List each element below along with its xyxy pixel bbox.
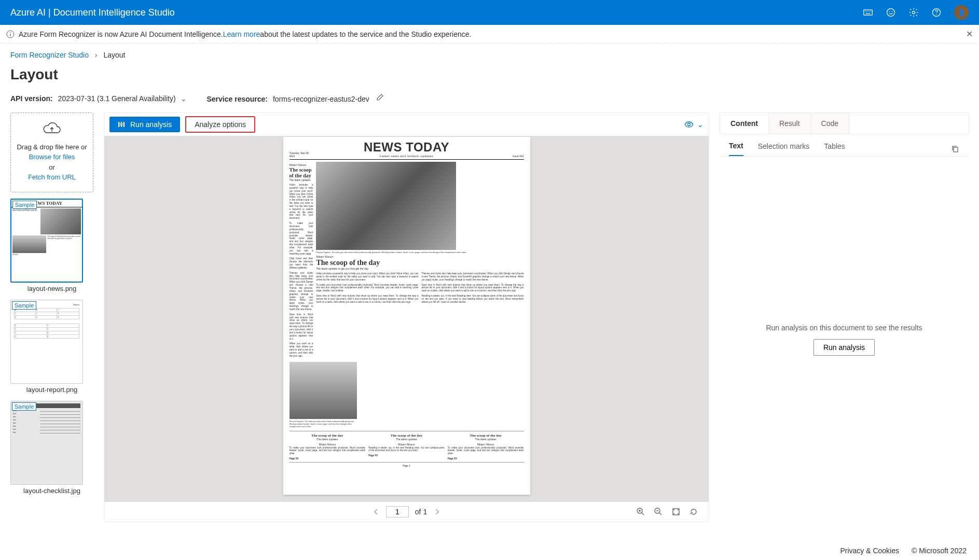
- fetch-url-link[interactable]: Fetch from URL: [15, 172, 89, 183]
- settings-row: API version: 2023-07-31 (3.1 General Ava…: [0, 88, 979, 113]
- user-avatar[interactable]: 👤: [954, 5, 969, 20]
- page-title: Layout: [0, 64, 979, 88]
- breadcrumb-root[interactable]: Form Recognizer Studio: [10, 51, 89, 59]
- api-version-value: 2023-07-31 (3.1 General Availability): [58, 94, 176, 103]
- empty-message: Run analysis on this document to see the…: [766, 324, 922, 332]
- prev-page-button[interactable]: [373, 508, 380, 515]
- thumbnail-item: Sample NEWS TODAY The scoop of the day. …: [10, 199, 93, 292]
- svg-point-21: [688, 123, 691, 126]
- service-resource-display: Service resource: forms-recognizer-eastu…: [206, 93, 383, 103]
- svg-point-14: [10, 32, 11, 33]
- subtab-selection-marks[interactable]: Selection marks: [758, 142, 810, 156]
- svg-point-9: [892, 11, 893, 12]
- page-total: of 1: [415, 508, 427, 516]
- info-icon: [6, 30, 15, 38]
- zoom-in-button[interactable]: [636, 507, 645, 516]
- thumbnail-image[interactable]: Sample Checklist Form Name Date Item Ite…: [10, 401, 83, 485]
- app-header: Azure AI | Document Intelligence Studio …: [0, 0, 979, 25]
- svg-rect-17: [120, 123, 120, 126]
- file-dropzone[interactable]: Drag & drop file here or Browse for file…: [10, 113, 93, 192]
- svg-rect-15: [10, 34, 10, 36]
- thumbnail-image[interactable]: Sample NEWS TODAY The scoop of the day. …: [10, 199, 83, 283]
- document-page: Tuesday, Sep 30, 2021 NEWS TODAY Latest …: [283, 137, 530, 495]
- thumbnail-image[interactable]: Sample Report ABC123456 XY123456: [10, 300, 83, 384]
- thumbnail-list: Sample NEWS TODAY The scoop of the day. …: [10, 199, 93, 495]
- subtab-text[interactable]: Text: [729, 142, 743, 156]
- visibility-icon[interactable]: [684, 119, 694, 130]
- analyze-options-button[interactable]: Analyze options: [185, 116, 255, 133]
- tab-result[interactable]: Result: [769, 113, 811, 134]
- help-icon[interactable]: [931, 7, 942, 18]
- tab-content[interactable]: Content: [720, 113, 769, 134]
- svg-point-7: [887, 9, 895, 17]
- upload-icon: [43, 122, 61, 136]
- svg-point-2: [865, 11, 865, 12]
- header-actions: 👤: [863, 5, 969, 20]
- result-view-tabs: Content Result Code: [720, 113, 969, 134]
- toolbar-right: ⌄: [684, 119, 704, 130]
- rotate-button[interactable]: [689, 507, 698, 516]
- run-analysis-label: Run analysis: [130, 120, 172, 129]
- breadcrumb: Form Recognizer Studio › Layout: [0, 44, 979, 64]
- copyright: © Microsoft 2022: [912, 547, 967, 555]
- fit-page-button[interactable]: [671, 507, 681, 516]
- browse-files-link[interactable]: Browse for files: [15, 152, 89, 162]
- svg-rect-25: [954, 147, 958, 152]
- run-analysis-button[interactable]: Run analysis: [109, 117, 180, 132]
- edit-icon[interactable]: [376, 95, 384, 103]
- results-panel: Content Result Code Text Selection marks…: [720, 113, 969, 522]
- info-text-suffix: about the latest updates to the service …: [260, 30, 471, 38]
- info-learn-more-link[interactable]: Learn more: [223, 30, 260, 38]
- svg-rect-20: [123, 122, 125, 127]
- next-page-button[interactable]: [433, 508, 440, 515]
- svg-rect-16: [118, 122, 119, 127]
- thumbnail-item: Sample Report ABC123456 XY123456 layout-…: [10, 300, 93, 394]
- thumbnail-item: Sample Checklist Form Name Date Item Ite…: [10, 401, 93, 495]
- settings-icon[interactable]: [908, 7, 919, 18]
- svg-point-10: [913, 11, 915, 14]
- feedback-icon[interactable]: [886, 7, 896, 18]
- document-viewer: Run analysis Analyze options ⌄ Tuesday, …: [104, 113, 709, 522]
- tab-code[interactable]: Code: [811, 113, 849, 134]
- svg-point-5: [869, 11, 870, 12]
- dropzone-or: or: [15, 162, 89, 173]
- api-version-selector[interactable]: API version: 2023-07-31 (3.1 General Ava…: [10, 94, 187, 103]
- thumbnail-label: layout-report.png: [10, 386, 93, 394]
- page-number-input[interactable]: [386, 506, 409, 517]
- svg-point-4: [867, 11, 868, 12]
- svg-rect-19: [122, 123, 123, 126]
- svg-point-6: [870, 11, 871, 12]
- zoom-controls: [636, 507, 698, 516]
- info-close-button[interactable]: ✕: [966, 29, 973, 39]
- thumbnail-label: layout-news.png: [10, 285, 93, 292]
- file-panel: Drag & drop file here or Browse for file…: [10, 113, 93, 522]
- analysis-icon: [118, 120, 126, 129]
- api-version-label: API version:: [10, 94, 53, 103]
- doc-issue: Issue #10: [503, 155, 524, 158]
- thumbnail-label: layout-checklist.jpg: [10, 487, 93, 495]
- content-subtabs: Text Selection marks Tables: [720, 134, 969, 157]
- sample-badge: Sample: [12, 301, 36, 310]
- service-resource-label: Service resource:: [206, 95, 268, 103]
- page-footer: Privacy & Cookies © Microsoft 2022: [828, 541, 979, 560]
- svg-point-3: [866, 11, 867, 12]
- doc-title: NEWS TODAY Latest news and bulletin upda…: [310, 141, 503, 158]
- breadcrumb-current: Layout: [103, 51, 125, 59]
- privacy-link[interactable]: Privacy & Cookies: [840, 547, 899, 555]
- keyboard-icon[interactable]: [863, 7, 873, 18]
- dropzone-text: Drag & drop file here or: [15, 142, 89, 152]
- page-navigation: of 1: [373, 506, 440, 517]
- svg-rect-0: [864, 10, 873, 15]
- chevron-down-icon: ⌄: [181, 94, 187, 103]
- results-empty-state: Run analysis on this document to see the…: [720, 157, 969, 522]
- run-analysis-button-secondary[interactable]: Run analysis: [813, 339, 875, 356]
- subtab-tables[interactable]: Tables: [824, 142, 845, 156]
- service-resource-value: forms-recognizer-eastus2-dev: [273, 95, 369, 103]
- copy-icon[interactable]: [951, 145, 959, 153]
- svg-point-8: [889, 11, 890, 12]
- info-text-prefix: Azure Form Recognizer is now Azure AI Do…: [19, 30, 223, 38]
- document-preview[interactable]: Tuesday, Sep 30, 2021 NEWS TODAY Latest …: [104, 136, 709, 502]
- chevron-right-icon: ›: [95, 51, 98, 59]
- zoom-out-button[interactable]: [654, 507, 663, 516]
- chevron-down-icon[interactable]: ⌄: [697, 120, 704, 129]
